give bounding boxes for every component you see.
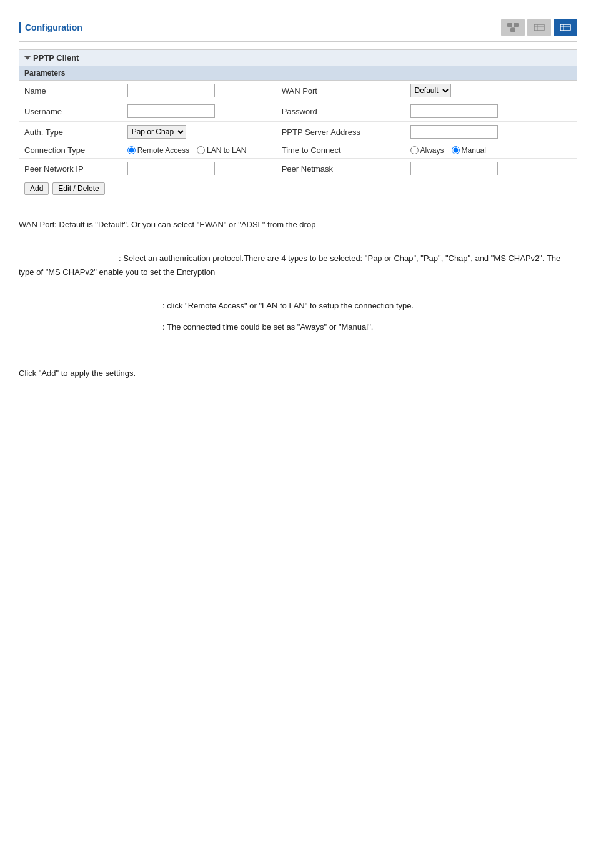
username-input[interactable] xyxy=(127,104,215,118)
name-input-cell xyxy=(122,81,277,101)
edit-delete-button[interactable]: Edit / Delete xyxy=(52,182,104,195)
wan-port-input-cell: Default EWAN ADSL xyxy=(405,81,577,101)
peer-netmask-input-cell xyxy=(405,159,577,179)
pptp-section-label: PPTP Client xyxy=(33,53,79,62)
time-to-connect-desc-text: : The connected time could be set as "Aw… xyxy=(162,322,373,332)
time-to-connect-desc-para: : The connected time could be set as "Aw… xyxy=(19,320,577,334)
remote-access-radio[interactable] xyxy=(127,146,136,154)
time-to-connect-radio-group: Always Manual xyxy=(410,146,572,155)
svg-line-3 xyxy=(510,27,513,28)
svg-rect-1 xyxy=(514,23,519,27)
time-to-connect-label: Time to Connect xyxy=(277,142,405,159)
params-header: Parameters xyxy=(19,66,577,81)
config-title: Configuration xyxy=(19,22,82,33)
add-button[interactable]: Add xyxy=(24,182,49,195)
page-title: Configuration xyxy=(25,22,82,32)
config-header: Configuration xyxy=(19,19,577,42)
params-table: Name WAN Port Default EWAN ADSL Username xyxy=(19,81,577,179)
description-section: WAN Port: Default is "Default". Or you c… xyxy=(19,212,577,395)
table-row: Peer Network IP Peer Netmask xyxy=(19,159,577,179)
manual-option[interactable]: Manual xyxy=(452,146,486,155)
svg-rect-2 xyxy=(510,28,515,32)
params-label: Parameters xyxy=(24,69,65,77)
peer-network-ip-input-cell xyxy=(122,159,277,179)
name-label: Name xyxy=(19,81,122,101)
auth-type-label: Auth. Type xyxy=(19,122,122,142)
pptp-server-label: PPTP Server Address xyxy=(277,122,405,142)
connection-type-desc-text: : click "Remote Access" or "LAN to LAN" … xyxy=(162,301,414,310)
auth-type-desc-para: : Select an authenrication protocol.Ther… xyxy=(19,252,577,279)
header-icons xyxy=(501,19,577,36)
always-radio[interactable] xyxy=(410,146,419,154)
manual-radio[interactable] xyxy=(452,146,460,154)
connection-type-label: Connection Type xyxy=(19,142,122,159)
always-label: Always xyxy=(420,146,444,155)
connection-type-radio-group: Remote Access LAN to LAN xyxy=(127,146,272,155)
wan-port-label: WAN Port xyxy=(277,81,405,101)
pptp-server-input-cell xyxy=(405,122,577,142)
pptp-client-section: PPTP Client Parameters Name WAN Port Def… xyxy=(19,49,577,199)
peer-netmask-label: Peer Netmask xyxy=(277,159,405,179)
table-row: Name WAN Port Default EWAN ADSL xyxy=(19,81,577,101)
auth-type-select[interactable]: Pap or Chap Pap Chap MS CHAPv2 xyxy=(127,125,186,139)
table-row: Username Password xyxy=(19,101,577,122)
auth-type-input-cell: Pap or Chap Pap Chap MS CHAPv2 xyxy=(122,122,277,142)
table-row: Connection Type Remote Access LAN to LAN… xyxy=(19,142,577,159)
manual-label: Manual xyxy=(462,146,486,155)
connection-type-desc-para: : click "Remote Access" or "LAN to LAN" … xyxy=(19,299,577,313)
network-icon-1 xyxy=(501,19,525,36)
remote-access-label: Remote Access xyxy=(137,146,189,155)
time-to-connect-input-cell: Always Manual xyxy=(405,142,577,159)
password-label: Password xyxy=(277,101,405,122)
button-row: Add Edit / Delete xyxy=(19,179,577,199)
wan-port-select[interactable]: Default EWAN ADSL xyxy=(410,84,451,97)
network-icon-2 xyxy=(527,19,551,36)
pptp-server-input[interactable] xyxy=(410,125,498,139)
username-label: Username xyxy=(19,101,122,122)
wan-port-desc: WAN Port: Default is "Default". Or you c… xyxy=(19,218,577,232)
peer-netmask-input[interactable] xyxy=(410,162,498,175)
svg-rect-8 xyxy=(560,24,570,31)
network-icon-active xyxy=(554,19,577,36)
password-input-cell xyxy=(405,101,577,122)
username-input-cell xyxy=(122,101,277,122)
remote-access-option[interactable]: Remote Access xyxy=(127,146,189,155)
table-row: Auth. Type Pap or Chap Pap Chap MS CHAPv… xyxy=(19,122,577,142)
peer-network-ip-label: Peer Network IP xyxy=(19,159,122,179)
svg-rect-5 xyxy=(534,24,544,31)
title-bar-accent xyxy=(19,22,21,33)
auth-type-desc-title xyxy=(19,254,119,263)
add-desc-para: Click "Add" to apply the settings. xyxy=(19,367,577,380)
peer-network-ip-input[interactable] xyxy=(127,162,215,175)
lan-to-lan-label: LAN to LAN xyxy=(207,146,246,155)
collapse-icon[interactable] xyxy=(24,56,31,60)
name-input[interactable] xyxy=(127,84,215,97)
always-option[interactable]: Always xyxy=(410,146,444,155)
lan-to-lan-radio[interactable] xyxy=(197,146,205,154)
password-input[interactable] xyxy=(410,104,498,118)
lan-to-lan-option[interactable]: LAN to LAN xyxy=(197,146,246,155)
pptp-section-header: PPTP Client xyxy=(19,50,577,66)
svg-line-4 xyxy=(513,27,516,28)
connection-type-input-cell: Remote Access LAN to LAN xyxy=(122,142,277,159)
svg-rect-0 xyxy=(507,23,512,27)
